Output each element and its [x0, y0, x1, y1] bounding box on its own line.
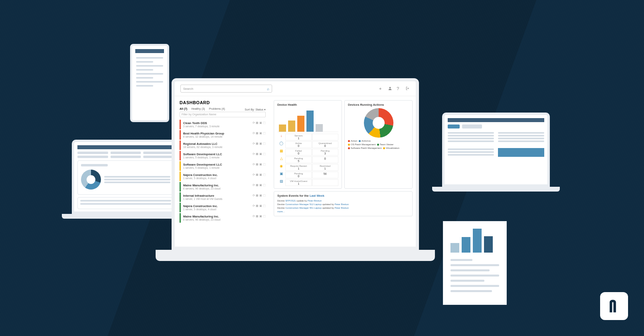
- bar: [484, 236, 493, 253]
- stat-icon: ↓: [277, 134, 285, 140]
- phone-line: [136, 69, 153, 71]
- doc-bar-chart: [450, 229, 499, 253]
- help-icon[interactable]: ?: [397, 86, 401, 91]
- org-row[interactable]: Maine Manufacturing Inc.6 servers, 96 de…: [180, 182, 266, 192]
- bar: [288, 121, 295, 132]
- stat-icon: ◯: [277, 141, 285, 148]
- bar: [473, 229, 482, 253]
- sort-dropdown[interactable]: Sort By: Status ▾: [245, 108, 266, 111]
- event-row: Device Construction Manager 551 Laptop u…: [277, 206, 409, 210]
- org-action-icons[interactable]: ⟳ ▦ ▣ ⬚: [253, 194, 266, 197]
- org-action-icons[interactable]: ⟳ ▦ ▣ ⬚: [253, 173, 266, 176]
- org-name: Clean Teeth DDS: [183, 121, 253, 125]
- org-action-icons[interactable]: ⟳ ▦ ▣ ⬚: [253, 132, 266, 135]
- bar: [306, 111, 314, 132]
- logout-icon[interactable]: [405, 86, 410, 91]
- bar: [462, 237, 470, 253]
- bar: [316, 124, 323, 132]
- system-events-card: System Events for the Last Week Device S…: [274, 191, 413, 216]
- event-link[interactable]: SFPO521: [285, 200, 296, 202]
- event-link[interactable]: Construction Manager 512 Laptop: [285, 203, 322, 206]
- filter-input[interactable]: Filter by Organization Name: [180, 112, 266, 117]
- tab-all[interactable]: All (7): [180, 107, 187, 110]
- org-name: Maine Manufacturing Inc.: [183, 215, 253, 218]
- mini-button: [498, 148, 544, 157]
- phone-line: [136, 77, 153, 79]
- phone-mockup: [130, 44, 169, 122]
- bar: [297, 116, 304, 132]
- event-row: Device Construction Manager 512 Laptop u…: [277, 203, 409, 206]
- stat-cell: Pending0: [285, 172, 312, 178]
- mini-header: [77, 145, 174, 149]
- tab-healthy[interactable]: Healthy (3): [191, 107, 205, 110]
- add-icon[interactable]: +: [379, 86, 384, 91]
- event-link[interactable]: Construction Manager 551 Laptop: [285, 207, 322, 209]
- stat-cell: Pending3: [312, 149, 339, 156]
- phone-line: [136, 73, 163, 75]
- org-row[interactable]: Internal Infrastructure1 server, 1 VM Ho…: [180, 192, 266, 202]
- stat-cell: Active0: [285, 141, 312, 148]
- org-row[interactable]: Najera Construction Inc.1 server, 5 desk…: [180, 172, 266, 181]
- org-name: Software Development LLC: [183, 152, 253, 156]
- event-user-link[interactable]: Peter Bretton: [308, 200, 322, 202]
- org-sub: 1 server, 1 VM Host at VM Guests: [183, 198, 253, 200]
- stat-cell: VM Hosts/Guest1: [285, 179, 312, 186]
- org-action-icons[interactable]: ⟳ ▦ ▣ ⬚: [253, 184, 266, 187]
- event-user-link[interactable]: Peter Bretton: [335, 203, 349, 206]
- search-icon[interactable]: ⌕: [267, 87, 269, 91]
- org-sub: 6 servers, 96 desktops, 23 cloud: [183, 187, 253, 190]
- actions-donut-chart: [364, 108, 393, 138]
- phone-line: [136, 61, 153, 63]
- phone-line: [136, 57, 163, 59]
- stat-cell: 56: [312, 172, 339, 178]
- more-link[interactable]: more...: [277, 210, 409, 213]
- small-laptop-right: [442, 113, 560, 192]
- org-action-icons[interactable]: ⟳ ▦ ▣ ⬚: [253, 204, 266, 208]
- mini-donut-chart: [81, 170, 101, 190]
- period-link[interactable]: Last Week: [310, 194, 324, 198]
- device-health-bars: [277, 108, 338, 132]
- org-row[interactable]: Najera Construction Inc.1 server, 5 desk…: [180, 203, 266, 212]
- org-name: Najera Construction Inc.: [183, 173, 253, 177]
- stat-icon: ◉: [277, 164, 285, 171]
- org-action-icons[interactable]: ⟳ ▦ ▣ ⬚: [253, 152, 266, 156]
- org-action-icons[interactable]: ⟳ ▦ ▣ ⬚: [253, 163, 266, 166]
- tab-problems[interactable]: Problems (4): [209, 107, 225, 110]
- device-health-card: Device Health ↓Servers1◯Active0Quarantin…: [274, 100, 342, 189]
- org-row[interactable]: Regional Autosales LLC18 servers, 62 des…: [180, 140, 266, 150]
- chart-legend: Action Antivirus OS Patch Management Tea…: [348, 139, 409, 150]
- org-action-icons[interactable]: ⟳ ▦ ▣ ⬚: [253, 215, 266, 218]
- org-name: Software Development LLC: [183, 163, 253, 166]
- org-action-icons[interactable]: ⟳ ▦ ▣ ⬚: [253, 121, 266, 125]
- organizations-pane: DASHBOARD All (7) Healthy (3) Problems (…: [175, 96, 271, 247]
- stat-cell: Servers1: [285, 134, 312, 140]
- org-sub: 1 servers, 5 desktops, 1 remote: [183, 166, 253, 169]
- org-row[interactable]: Software Development LLC1 servers, 5 des…: [180, 161, 266, 171]
- phone-line: [136, 81, 163, 83]
- running-actions-card: Devices Running Actions Action Antivirus…: [344, 100, 413, 189]
- org-name: Best Health Physician Group: [183, 132, 253, 135]
- stat-cell: [312, 179, 339, 186]
- stat-cell: [312, 134, 339, 140]
- org-action-icons[interactable]: ⟳ ▦ ▣ ⬚: [253, 142, 266, 145]
- org-row[interactable]: Maine Manufacturing Inc.6 servers, 96 de…: [180, 213, 266, 223]
- org-row[interactable]: Clean Teeth DDS3 servers, 7 desktops, 3 …: [180, 120, 266, 129]
- org-row[interactable]: Software Development LLC1 servers, 5 des…: [180, 151, 266, 160]
- stat-icon: ▣: [277, 172, 285, 178]
- main-laptop: Search ⌕ + ? DASHBOARD All (7) Healthy (…: [172, 78, 435, 261]
- stat-icon: ▧: [277, 179, 285, 186]
- stat-cell: 0: [312, 156, 339, 163]
- page-title: DASHBOARD: [180, 100, 266, 105]
- event-user-link[interactable]: Peter Bretton: [335, 207, 349, 209]
- search-input[interactable]: Search ⌕: [180, 85, 272, 93]
- bar: [450, 243, 459, 253]
- org-sub: 18 servers, 62 desktops, 3 remote: [183, 146, 253, 148]
- stat-icon: ▦: [277, 149, 285, 156]
- user-icon[interactable]: [388, 86, 393, 91]
- org-row[interactable]: Best Health Physician Group8 servers, 32…: [180, 130, 266, 140]
- stat-cell: Pending5: [285, 156, 312, 163]
- org-sub: 3 servers, 7 desktops, 3 remote: [183, 125, 253, 128]
- card-title: Devices Running Actions: [348, 103, 409, 107]
- org-sub: 1 server, 5 desktops, 4 cloud: [183, 177, 253, 180]
- stat-cell: Restricted1: [312, 164, 339, 171]
